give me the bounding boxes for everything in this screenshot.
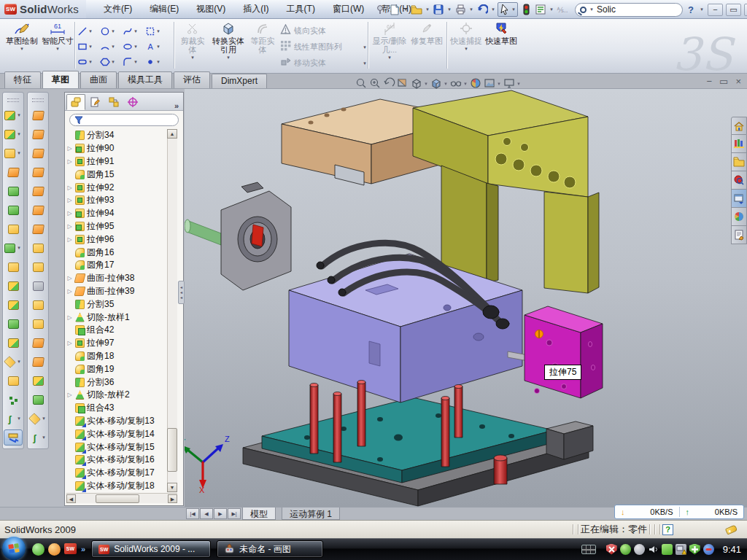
doc-tab-model[interactable]: 模型 (242, 508, 276, 520)
search-dropdown[interactable]: ▾ (589, 7, 595, 12)
status-help-icon[interactable]: ? (662, 524, 673, 535)
smart-dimension-button[interactable]: 61 智能尺寸▾ (41, 21, 74, 52)
taskpane-tab-resources[interactable] (731, 117, 747, 135)
tree-item[interactable]: 圆角19 (66, 362, 166, 376)
tray-usb-green-icon[interactable] (662, 544, 673, 555)
menu-window[interactable]: 窗口(W) (324, 0, 373, 18)
extruded-surface-button[interactable] (28, 145, 47, 161)
tree-item[interactable]: ▷拉伸93 (66, 194, 166, 207)
expand-arrow-icon[interactable]: ▷ (66, 340, 73, 346)
model-insert-block[interactable] (525, 306, 603, 398)
extrude-cut-dropdown[interactable]: ▾ (16, 131, 22, 137)
tray-volume-icon[interactable] (648, 544, 659, 555)
line-button[interactable]: ▾ (77, 23, 100, 39)
quick-snaps-dropdown[interactable]: ▾ (463, 46, 469, 52)
taskpane-tab-view-palette[interactable] (731, 190, 747, 208)
new-file-dropdown[interactable]: ▾ (403, 7, 409, 12)
apply-scene-button[interactable]: ▾ (484, 77, 502, 90)
tray-sync-blue-icon[interactable] (703, 544, 714, 555)
ellipse-button[interactable]: ▾ (123, 39, 145, 54)
panel-tab-dimxpertmanager[interactable] (123, 94, 142, 110)
expand-arrow-icon[interactable]: ▷ (66, 197, 73, 203)
tree-item[interactable]: 圆角15 (66, 168, 166, 181)
undo-dropdown[interactable]: ▾ (490, 7, 496, 12)
menu-file[interactable]: 文件(F) (95, 0, 141, 18)
tree-item[interactable]: 实体-移动/复制18 (66, 480, 166, 492)
print-dropdown[interactable]: ▾ (468, 7, 474, 12)
revolved-surface-button[interactable] (28, 126, 47, 142)
tree-item[interactable]: 实体-移动/复制14 (66, 427, 166, 440)
feature-tree-filter[interactable] (69, 114, 179, 126)
taskpane-tab-file-explorer[interactable] (731, 153, 747, 171)
new-file-icon[interactable] (388, 3, 401, 16)
tree-item[interactable]: 组合42 (66, 324, 166, 337)
save-dropdown[interactable]: ▾ (446, 7, 452, 12)
expand-arrow-icon[interactable]: ▷ (66, 236, 73, 243)
expand-arrow-icon[interactable]: ▷ (66, 392, 73, 398)
tree-item[interactable]: 圆角17 (66, 259, 166, 272)
extrude-boss-button[interactable]: ▾ (4, 107, 23, 123)
panel-tab-featuremanager[interactable] (66, 94, 85, 110)
tree-item[interactable]: 组合43 (66, 402, 166, 415)
open-file-dropdown[interactable]: ▾ (425, 7, 430, 12)
tree-item[interactable]: ▷曲面-拉伸39 (66, 285, 166, 298)
intersect-button[interactable] (4, 297, 23, 313)
repair-sketch-button[interactable]: 修复草图 (410, 21, 444, 45)
move-face-button[interactable] (28, 335, 47, 351)
pattern-dropdown[interactable]: ▾ (362, 44, 368, 50)
tree-item[interactable]: 实体-移动/复制16 (66, 454, 166, 467)
menu-view[interactable]: 视图(V) (187, 0, 234, 18)
tree-scroll-right-button[interactable]: ▶ (168, 494, 177, 503)
split-button[interactable] (4, 278, 23, 294)
circle-button[interactable]: ▾ (100, 23, 123, 39)
offset-entities-button[interactable]: 等距实体 (248, 21, 277, 54)
tree-item[interactable]: ▷拉伸90 (66, 142, 166, 155)
polygon-button[interactable]: ▾ (100, 54, 123, 69)
save-icon[interactable] (432, 3, 445, 16)
panel-splitter-handle[interactable]: ◂◂◂ (178, 281, 185, 304)
open-file-icon[interactable] (410, 3, 423, 16)
fillet-surface-button[interactable] (28, 373, 47, 389)
view-previous-button[interactable] (383, 77, 395, 90)
convert-dropdown[interactable]: ▾ (225, 55, 231, 61)
document-close-button[interactable]: × (735, 76, 741, 87)
help-dropdown[interactable]: ▾ (699, 7, 705, 12)
fillet-button[interactable]: ▾ (4, 145, 23, 161)
rib-button[interactable] (4, 259, 23, 275)
expand-arrow-icon[interactable]: ▷ (66, 275, 73, 281)
move-copy-body-button[interactable] (4, 335, 23, 351)
tree-item[interactable]: ▷拉伸94 (66, 207, 166, 220)
tree-item[interactable]: 圆角16 (66, 246, 166, 259)
move-entities-button[interactable]: 移动实体 ▾ (280, 56, 326, 70)
curve-button[interactable]: ʃ▾ (4, 411, 23, 427)
trim-entities-button[interactable]: 剪裁实体▾ (177, 21, 208, 61)
options-dropdown[interactable]: ▾ (549, 7, 554, 12)
expand-arrow-icon[interactable]: ▷ (66, 158, 73, 165)
sketch-button[interactable]: 草图绘制▾ (4, 21, 39, 52)
rapid-sketch-button[interactable]: 快速草图 (484, 21, 518, 45)
slot-button[interactable]: ▾ (77, 54, 100, 69)
panel-tabs-overflow[interactable]: » (174, 101, 183, 110)
status-tag-icon[interactable] (725, 524, 738, 534)
window-restore-button[interactable]: ▭ (726, 4, 741, 16)
tab-features[interactable]: 特征 (4, 71, 41, 88)
expand-arrow-icon[interactable]: ▷ (66, 184, 73, 191)
display-style-button[interactable]: ▾ (430, 77, 449, 90)
lofted-surface-button[interactable] (28, 164, 47, 180)
window-close-button[interactable]: × (744, 4, 747, 16)
reference-geometry-button[interactable]: ▾ (4, 354, 23, 370)
select-region-button[interactable]: ▾ (145, 23, 168, 39)
sketch-fillet-button[interactable]: ▾ (123, 54, 145, 69)
tree-item[interactable]: 实体-移动/复制17 (66, 467, 166, 480)
pin-icon[interactable] (374, 3, 387, 16)
spline-button[interactable]: ▾ (123, 23, 145, 39)
extrude-boss-dropdown[interactable]: ▾ (16, 112, 22, 118)
tab-next-button[interactable]: ▶ (214, 508, 227, 519)
start-button[interactable] (2, 537, 26, 560)
trim-dropdown[interactable]: ▾ (190, 55, 196, 61)
quicklaunch-launcher-icon[interactable] (48, 543, 61, 556)
display-delete-relations-button[interactable]: 6k 显示/删除几...▾ (371, 21, 409, 61)
model-side-clamp[interactable] (185, 182, 291, 290)
tray-network-warning-icon[interactable] (676, 544, 686, 555)
expand-arrow-icon[interactable]: ▷ (66, 288, 73, 295)
